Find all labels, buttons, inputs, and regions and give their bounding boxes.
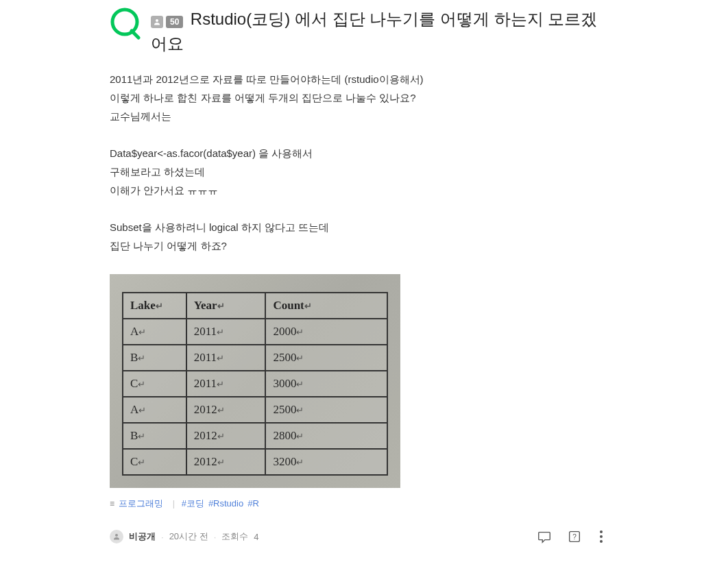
points-badge: 50 — [166, 16, 183, 28]
table-cell: A↵ — [123, 319, 186, 345]
data-table: Lake↵Year↵Count↵ A↵2011↵2000↵B↵2011↵2500… — [122, 292, 388, 476]
category-link[interactable]: 프로그래밍 — [119, 498, 163, 509]
table-cell: 2012↵ — [186, 449, 266, 475]
body-line — [110, 199, 605, 218]
table-cell: A↵ — [123, 397, 186, 423]
svg-point-3 — [115, 534, 118, 537]
body-line: 이렇게 하나로 합친 자료를 어떻게 두개의 집단으로 나눌수 있나요? — [110, 88, 605, 107]
table-cell: 2012↵ — [186, 423, 266, 449]
body-line: 교수님께서는 — [110, 107, 605, 125]
more-icon[interactable] — [597, 528, 605, 546]
body-line: 이해가 안가서요 ㅠㅠㅠ — [110, 181, 605, 199]
svg-text:?: ? — [572, 533, 577, 541]
question-title: Rstudio(코딩) 에서 집단 나누기를 어떻게 하는지 모르겠어요 — [151, 10, 597, 53]
table-cell: 2012↵ — [186, 397, 266, 423]
body-line: 2011년과 2012년으로 자료를 따로 만들어야하는데 (rstudio이용… — [110, 70, 605, 88]
author-meta: 비공개 · 20시간 전 · 조회수 4 — [110, 530, 259, 543]
views-label: 조회수 — [221, 530, 248, 543]
tags-row: ≡프로그래밍 | #코딩#Rstudio#R — [110, 498, 605, 510]
table-row: A↵2012↵2500↵ — [123, 397, 387, 423]
table-row: B↵2012↵2800↵ — [123, 423, 387, 449]
table-cell: 2500↵ — [265, 345, 387, 371]
table-cell: B↵ — [123, 423, 186, 449]
svg-point-2 — [156, 19, 158, 22]
table-row: C↵2012↵3200↵ — [123, 449, 387, 475]
table-cell: 2500↵ — [265, 397, 387, 423]
body-line: 구해보라고 하셨는데 — [110, 162, 605, 181]
table-header: Count↵ — [265, 293, 387, 319]
table-header: Lake↵ — [123, 293, 186, 319]
table-cell: 2011↵ — [186, 345, 266, 371]
table-cell: 3200↵ — [265, 449, 387, 475]
table-cell: 2000↵ — [265, 319, 387, 345]
question-header: 50 Rstudio(코딩) 에서 집단 나누기를 어떻게 하는지 모르겠어요 — [110, 7, 605, 56]
table-row: A↵2011↵2000↵ — [123, 319, 387, 345]
svg-line-1 — [132, 31, 138, 38]
avatar[interactable] — [110, 530, 123, 543]
question-footer: 비공개 · 20시간 전 · 조회수 4 ? — [110, 528, 605, 546]
tag-link[interactable]: #코딩 — [182, 498, 204, 509]
body-line: Subset을 사용하려니 logical 하지 않다고 뜨는데 — [110, 218, 605, 236]
question-mark-icon — [110, 7, 143, 40]
table-cell: 2800↵ — [265, 423, 387, 449]
report-icon[interactable]: ? — [567, 529, 582, 544]
tag-link[interactable]: #Rstudio — [208, 498, 243, 509]
title-badges: 50 — [151, 16, 183, 28]
action-bar: ? — [537, 528, 605, 546]
table-cell: B↵ — [123, 345, 186, 371]
question-body: 2011년과 2012년으로 자료를 따로 만들어야하는데 (rstudio이용… — [110, 70, 605, 255]
table-header: Year↵ — [186, 293, 266, 319]
body-line: 집단 나누기 어떻게 하죠? — [110, 236, 605, 255]
views-count: 4 — [254, 532, 258, 542]
table-cell: 3000↵ — [265, 371, 387, 397]
user-level-icon — [151, 16, 163, 28]
table-cell: 2011↵ — [186, 371, 266, 397]
attached-image[interactable]: Lake↵Year↵Count↵ A↵2011↵2000↵B↵2011↵2500… — [110, 274, 400, 488]
table-cell: C↵ — [123, 449, 186, 475]
table-cell: 2011↵ — [186, 319, 266, 345]
divider: | — [173, 498, 175, 509]
body-line: Data$year<-as.facor(data$year) 을 사용해서 — [110, 144, 605, 162]
comment-icon[interactable] — [537, 529, 552, 544]
table-cell: C↵ — [123, 371, 186, 397]
author-name[interactable]: 비공개 — [129, 530, 156, 543]
table-row: B↵2011↵2500↵ — [123, 345, 387, 371]
category-prefix-icon: ≡ — [110, 499, 114, 509]
body-line — [110, 125, 605, 144]
tag-link[interactable]: #R — [247, 498, 259, 509]
post-time: 20시간 전 — [169, 530, 208, 543]
table-row: C↵2011↵3000↵ — [123, 371, 387, 397]
